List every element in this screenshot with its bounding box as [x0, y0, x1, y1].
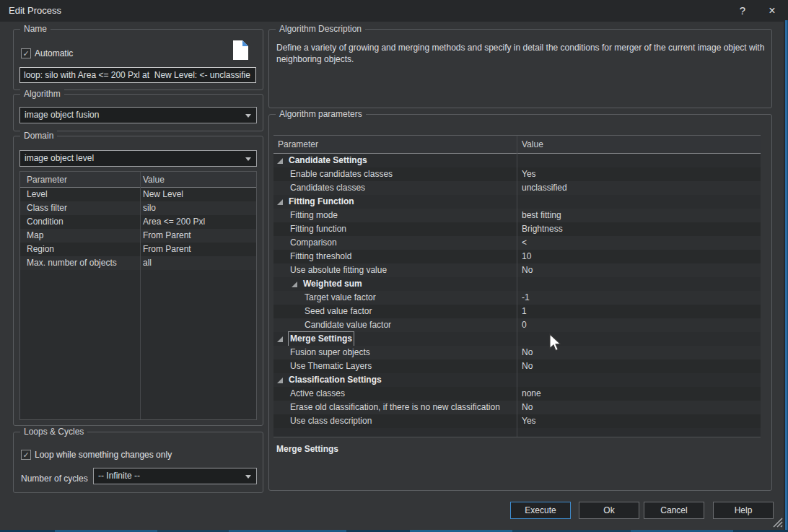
close-icon[interactable]: × [761, 0, 783, 22]
domain-select[interactable]: image object level [19, 150, 257, 167]
dialog-title: Edit Process [9, 0, 61, 22]
loop-checkbox[interactable]: ✓ [21, 450, 31, 460]
chevron-down-icon [245, 114, 251, 118]
domain-table-header: Parameter Value [20, 172, 256, 188]
parameters-table: Parameter Value Candidate Settings Enabl… [273, 135, 761, 437]
parameter-label: Candidates classes [290, 181, 365, 195]
name-group: Name ✓ Automatic loop: silo with Area <=… [13, 29, 263, 90]
parameter-label: Fusion super objects [290, 346, 370, 359]
table-row[interactable]: Region From Parent [20, 243, 256, 256]
parameter-value[interactable]: No [522, 401, 533, 414]
selected-parameter-description: Merge Settings [276, 444, 338, 454]
parameter-value[interactable]: Yes [522, 167, 536, 181]
parameter-label: Weighted sum [303, 277, 362, 291]
tree-expand-icon[interactable] [292, 282, 297, 287]
name-group-label: Name [20, 24, 51, 34]
parameter-value[interactable]: No [522, 359, 533, 373]
column-divider[interactable] [517, 136, 517, 437]
automatic-checkbox[interactable]: ✓ [21, 48, 31, 58]
process-name-input[interactable]: loop: silo with Area <= 200 Pxl at New L… [19, 67, 256, 83]
loops-cycles-group: Loops & Cycles ✓ Loop while something ch… [13, 432, 263, 493]
execute-button[interactable]: Execute [510, 502, 571, 519]
chevron-down-icon [245, 157, 251, 161]
parameter-label: Candidate value factor [305, 318, 391, 332]
domain-param-cell: Class filter [27, 201, 67, 215]
loop-checkbox-label: Loop while something changes only [35, 450, 172, 460]
table-row[interactable]: Map From Parent [20, 229, 256, 243]
loops-group-label: Loops & Cycles [20, 427, 87, 437]
domain-value-cell: From Parent [143, 243, 191, 256]
domain-value-cell: From Parent [143, 229, 191, 243]
table-row[interactable]: Max. number of objects all [20, 256, 256, 270]
tree-expand-icon[interactable] [277, 158, 283, 164]
parameter-label: Comparison [290, 236, 337, 250]
domain-select-value: image object level [25, 153, 94, 163]
parameter-label: Active classes [290, 387, 345, 401]
parameter-value[interactable]: < [522, 236, 527, 250]
parameter-label: Merge Settings [289, 332, 354, 346]
tree-expand-icon[interactable] [277, 336, 283, 342]
domain-value-cell: Area <= 200 Pxl [143, 215, 205, 229]
parameter-value[interactable]: 10 [522, 250, 531, 263]
help-icon[interactable]: ? [732, 0, 753, 22]
column-divider[interactable] [140, 172, 141, 419]
parameter-label: Use Thematic Layers [290, 359, 372, 373]
algorithm-group-label: Algorithm [20, 89, 64, 99]
description-group-label: Algorithm Description [276, 24, 365, 34]
algorithm-description-text: Define a variety of growing and merging … [276, 42, 769, 65]
parameter-label: Use absolute fitting value [290, 263, 387, 277]
automatic-checkbox-label: Automatic [35, 48, 73, 58]
resize-grip[interactable] [769, 514, 784, 528]
domain-param-cell: Level [27, 188, 48, 201]
parameter-value[interactable]: none [522, 387, 541, 401]
titlebar: Edit Process ? × [0, 0, 788, 22]
domain-col-value: Value [143, 172, 165, 188]
parameters-group-label: Algorithm parameters [276, 109, 366, 119]
parameter-value[interactable]: unclassified [522, 181, 567, 195]
parameter-value[interactable]: best fitting [522, 209, 561, 222]
parameter-value[interactable]: -1 [522, 291, 530, 305]
parameter-label: Fitting mode [290, 209, 338, 222]
chevron-down-icon [245, 475, 251, 479]
tree-expand-icon[interactable] [277, 378, 283, 383]
parameter-value[interactable]: No [522, 346, 533, 359]
algorithm-select[interactable]: image object fusion [19, 107, 257, 123]
help-button[interactable]: Help [713, 502, 774, 519]
param-col-value: Value [522, 136, 543, 154]
algorithm-parameters-group: Algorithm parameters Parameter Value Can… [268, 114, 772, 491]
new-document-icon[interactable] [233, 40, 248, 60]
parameter-label: Fitting function [290, 222, 346, 236]
ok-button[interactable]: Ok [579, 502, 639, 519]
domain-group-label: Domain [20, 131, 57, 141]
domain-param-cell: Max. number of objects [27, 256, 117, 270]
cycles-select-value: -- Infinite -- [98, 471, 140, 481]
parameter-value[interactable]: 1 [522, 305, 527, 318]
parameter-label: Enable candidates classes [290, 167, 393, 181]
domain-table: Parameter Value Level New Level Class fi… [19, 171, 257, 420]
background-window-edge [784, 20, 788, 532]
number-of-cycles-select[interactable]: -- Infinite -- [93, 468, 257, 484]
algorithm-group: Algorithm image object fusion [13, 94, 263, 131]
parameter-label: Fitting threshold [290, 250, 351, 263]
edit-process-dialog: Edit Process ? × Name ✓ Automatic loop: … [0, 0, 788, 532]
domain-col-parameter: Parameter [27, 172, 67, 188]
parameter-label: Erase old classification, if there is no… [290, 401, 500, 414]
parameter-value[interactable]: No [522, 263, 533, 277]
parameter-value[interactable]: Brightness [522, 222, 563, 236]
cancel-button[interactable]: Cancel [644, 502, 704, 519]
domain-param-cell: Region [27, 243, 54, 256]
table-row[interactable]: Class filter silo [20, 201, 256, 215]
parameter-label: Seed value factor [305, 305, 372, 318]
parameter-label: Classification Settings [289, 373, 382, 387]
parameter-value[interactable]: 0 [522, 318, 527, 332]
parameter-label: Use class description [290, 414, 372, 428]
domain-table-body: Level New Level Class filter silo Condit… [20, 188, 256, 419]
parameter-label: Candidate Settings [289, 154, 367, 167]
parameter-value[interactable]: Yes [522, 414, 536, 428]
domain-value-cell: New Level [143, 188, 183, 201]
domain-value-cell: silo [143, 201, 156, 215]
tree-expand-icon[interactable] [277, 199, 283, 205]
algorithm-description-group: Algorithm Description Define a variety o… [268, 29, 772, 108]
table-row[interactable]: Condition Area <= 200 Pxl [20, 215, 256, 229]
table-row[interactable]: Level New Level [20, 188, 256, 201]
